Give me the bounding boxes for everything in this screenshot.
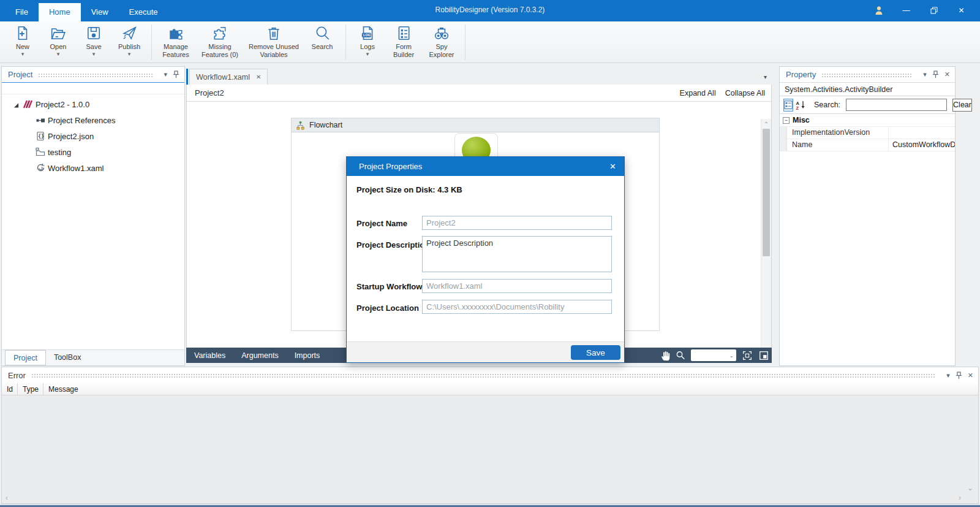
property-row-implementation-version[interactable]: ImplementationVersion <box>780 127 955 139</box>
tab-list-caret-icon[interactable]: ▾ <box>764 74 767 80</box>
tab-variables[interactable]: Variables <box>194 351 225 360</box>
panel-menu-caret-icon[interactable]: ▾ <box>164 71 167 78</box>
property-panel: Property ▾ ✕ System.Activities.ActivityB… <box>779 66 956 366</box>
folder-icon <box>36 147 45 157</box>
save-dropdown-caret-icon[interactable]: ▾ <box>92 51 96 56</box>
tab-toolbox[interactable]: ToolBox <box>46 350 89 365</box>
tree-item-workflow-xaml[interactable]: Workflow1.xaml <box>2 160 184 176</box>
document-tab-workflow1[interactable]: Workflow1.xaml ✕ <box>189 69 268 85</box>
zoom-combobox[interactable]: ⌄ <box>691 349 736 361</box>
ribbon-button-spy-explorer[interactable]: Spy Explorer <box>423 23 461 59</box>
pin-icon[interactable] <box>932 71 939 78</box>
app-window: RobilityDesigner (Version 7.0.3.2) File … <box>0 0 980 507</box>
property-row-name[interactable]: Name CustomWorkflowDes <box>780 139 955 151</box>
error-column-id[interactable]: Id <box>2 383 18 395</box>
ribbon-button-search[interactable]: Search <box>303 23 341 51</box>
fit-to-screen-button[interactable] <box>742 350 753 361</box>
ribbon-button-missing-features[interactable]: Missing Features (0) <box>195 23 244 59</box>
scrollbar-thumb[interactable] <box>763 129 770 256</box>
ribbon-separator <box>345 25 346 60</box>
close-button[interactable]: ✕ <box>948 0 975 20</box>
tab-arguments[interactable]: Arguments <box>241 351 278 360</box>
menu-tab-file[interactable]: File <box>5 3 39 21</box>
menu-tab-view[interactable]: View <box>81 3 119 21</box>
menu-tab-execute[interactable]: Execute <box>119 3 168 21</box>
open-dropdown-caret-icon[interactable]: ▾ <box>57 51 60 56</box>
panel-close-icon[interactable]: ✕ <box>968 372 973 379</box>
property-search-input[interactable] <box>846 99 947 111</box>
panel-menu-caret-icon[interactable]: ▾ <box>946 372 950 379</box>
fit-selection-button[interactable] <box>758 350 769 361</box>
project-location-field[interactable] <box>422 300 612 314</box>
tree-item-project-json[interactable]: {} Project2.json <box>2 128 184 144</box>
categorized-view-icon <box>784 101 793 109</box>
hscroll-right-icon[interactable]: › <box>959 494 961 502</box>
error-column-message[interactable]: Message <box>43 383 978 395</box>
error-panel-header: Error ▾ ✕ <box>2 367 978 383</box>
tree-item-label: Workflow1.xaml <box>2 164 104 173</box>
pan-hand-icon[interactable] <box>660 350 670 361</box>
spy-explorer-binoculars-icon <box>434 24 450 42</box>
property-value[interactable] <box>889 127 955 139</box>
new-dropdown-caret-icon[interactable]: ▾ <box>21 51 24 56</box>
panel-close-icon[interactable]: ✕ <box>944 71 950 78</box>
flowchart-header[interactable]: Flowchart <box>292 118 659 132</box>
tree-item-project-references[interactable]: Project References <box>2 112 184 128</box>
tab-close-icon[interactable]: ✕ <box>256 74 261 80</box>
clear-button[interactable]: Clear <box>952 99 972 112</box>
ribbon-button-form-builder[interactable]: Form Builder <box>385 23 423 59</box>
panel-drag-texture <box>821 73 912 78</box>
tree-item-testing-folder[interactable]: testing <box>2 144 184 160</box>
categorize-button[interactable] <box>783 99 793 112</box>
project-panel-spacer <box>2 83 184 94</box>
error-list-body[interactable]: ‹ › ⌄ <box>2 395 978 503</box>
category-misc[interactable]: − Misc <box>780 114 955 127</box>
scroll-up-icon[interactable]: ⌃ <box>761 121 771 128</box>
user-avatar-icon[interactable] <box>865 0 892 20</box>
menu-bar: File Home View Execute <box>5 3 168 21</box>
ribbon-button-new[interactable]: New ▾ <box>5 23 40 56</box>
pin-icon[interactable] <box>956 372 962 379</box>
expand-all-link[interactable]: Expand All <box>680 89 716 97</box>
menu-tab-home[interactable]: Home <box>39 3 81 21</box>
tab-imports[interactable]: Imports <box>295 351 320 360</box>
form-builder-icon <box>396 24 412 42</box>
panel-menu-caret-icon[interactable]: ▾ <box>923 71 927 78</box>
pin-icon[interactable] <box>173 71 179 78</box>
error-column-type[interactable]: Type <box>18 383 43 395</box>
dialog-title-bar[interactable]: Project Properties ✕ <box>347 157 624 176</box>
maximize-button[interactable] <box>920 0 948 20</box>
project-name-field[interactable] <box>422 216 612 230</box>
logs-dropdown-caret-icon[interactable]: ▾ <box>366 51 369 56</box>
ribbon-button-logs[interactable]: LOG Logs ▾ <box>350 23 385 56</box>
dialog-close-icon[interactable]: ✕ <box>609 162 616 171</box>
vscroll-down-icon[interactable]: ⌄ <box>967 484 973 492</box>
save-button[interactable]: Save <box>571 345 620 360</box>
project-panel-header: Project ▾ <box>2 67 184 83</box>
tab-project[interactable]: Project <box>5 350 46 365</box>
combo-chevron-icon[interactable]: ⌄ <box>729 353 734 359</box>
tree-item-label: Project2.json <box>2 132 94 141</box>
zoom-magnifier-icon[interactable] <box>676 351 685 360</box>
canvas-vertical-scrollbar[interactable]: ⌃ ⌄ <box>761 119 771 348</box>
panel-drag-texture <box>38 73 153 78</box>
tree-item-project-root[interactable]: Project2 - 1.0.0 <box>2 96 184 112</box>
ribbon-button-open[interactable]: Open ▾ <box>40 23 76 56</box>
ribbon-button-remove-unused-variables[interactable]: Remove Unused Variables <box>244 23 303 59</box>
ribbon-button-publish[interactable]: Publish ▾ <box>111 23 147 56</box>
startup-workflow-field[interactable] <box>422 279 612 293</box>
ribbon-button-manage-features[interactable]: Manage Features <box>156 23 195 59</box>
minimize-button[interactable]: — <box>892 0 920 20</box>
property-value[interactable]: CustomWorkflowDes <box>889 139 955 151</box>
breadcrumb[interactable]: Project2 <box>195 88 224 97</box>
xaml-workflow-icon <box>36 163 45 173</box>
sort-alphabetical-button[interactable]: AZ <box>796 99 805 112</box>
category-collapse-icon[interactable]: − <box>783 117 790 124</box>
ribbon-button-save[interactable]: Save ▾ <box>76 23 111 56</box>
publish-dropdown-caret-icon[interactable]: ▾ <box>128 51 131 56</box>
hscroll-left-icon[interactable]: ‹ <box>6 494 8 502</box>
project-description-field[interactable]: Project Description <box>422 236 612 272</box>
collapse-all-link[interactable]: Collapse All <box>725 89 765 97</box>
tree-expander-icon[interactable] <box>13 102 19 109</box>
ribbon-separator <box>465 25 466 60</box>
